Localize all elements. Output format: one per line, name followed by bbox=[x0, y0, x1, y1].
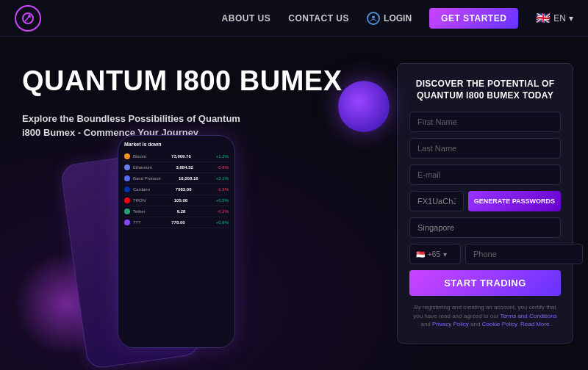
login-label: LOGIN bbox=[384, 13, 412, 23]
read-more-link[interactable]: Read More bbox=[520, 321, 550, 327]
market-item: Bitcoin 73,909.76 +1.2% bbox=[124, 151, 229, 162]
lang-label: EN bbox=[553, 13, 566, 23]
nav-contact-us[interactable]: CONTACT US bbox=[288, 13, 349, 23]
cookie-link[interactable]: Cookie Policy bbox=[482, 321, 517, 327]
nav-links: ABOUT US CONTACT US LOGIN GET STARTED 🇬🇧… bbox=[222, 8, 573, 29]
hero-left: QUANTUM I800 BUMEX Explore the Boundless… bbox=[0, 37, 382, 370]
market-item: Tether 9.28 -0.2% bbox=[124, 206, 229, 217]
sg-flag: 🇸🇬 bbox=[416, 250, 425, 258]
flag-icon: 🇬🇧 bbox=[536, 11, 551, 25]
chevron-down-icon: ▾ bbox=[443, 250, 447, 258]
get-started-button[interactable]: GET STARTED bbox=[429, 8, 518, 29]
logo[interactable] bbox=[15, 5, 41, 32]
logo-icon bbox=[15, 5, 41, 32]
hero-section: QUANTUM I800 BUMEX Explore the Boundless… bbox=[0, 37, 588, 370]
nav-login[interactable]: LOGIN bbox=[367, 12, 412, 25]
email-input[interactable] bbox=[409, 164, 561, 185]
chevron-down-icon: ▾ bbox=[569, 13, 573, 23]
generate-password-button[interactable]: GENERATE PASSWORDS bbox=[468, 191, 561, 211]
start-trading-button[interactable]: START TRADING bbox=[409, 270, 561, 296]
svg-line-2 bbox=[25, 16, 29, 21]
market-item: Cardano 7983.08 -1.3% bbox=[124, 184, 229, 195]
market-item: TRON 105.08 +0.5% bbox=[124, 195, 229, 206]
country-code-selector[interactable]: 🇸🇬 +65 ▾ bbox=[409, 244, 461, 264]
password-input[interactable] bbox=[409, 191, 464, 211]
phone-input[interactable] bbox=[465, 244, 583, 264]
last-name-input[interactable] bbox=[409, 138, 561, 159]
country-code-label: +65 bbox=[428, 250, 440, 258]
market-item: Band Protocol 16,008.16 +2.1% bbox=[124, 173, 229, 184]
terms-link[interactable]: Terms and Conditions bbox=[500, 313, 556, 319]
phone-screen: Market is down Bitcoin 73,909.76 +1.2% E… bbox=[118, 136, 234, 347]
phone-row: 🇸🇬 +65 ▾ bbox=[409, 244, 561, 264]
phone-header: Market is down bbox=[124, 142, 229, 147]
nav-about-us[interactable]: ABOUT US bbox=[222, 13, 271, 23]
navbar: ABOUT US CONTACT US LOGIN GET STARTED 🇬🇧… bbox=[0, 0, 588, 37]
language-selector[interactable]: 🇬🇧 EN ▾ bbox=[536, 11, 573, 25]
country-input[interactable] bbox=[409, 217, 561, 238]
phone-main: Market is down Bitcoin 73,909.76 +1.2% E… bbox=[118, 135, 235, 348]
market-item: ??? 778.00 +0.9% bbox=[124, 217, 229, 228]
form-disclaimer: By registering and creating an account, … bbox=[409, 303, 561, 328]
password-row: GENERATE PASSWORDS bbox=[409, 191, 561, 211]
phone-mockup-area: Market is down Bitcoin 73,909.76 +1.2% E… bbox=[29, 128, 294, 370]
hero-right: DISCOVER THE POTENTIAL OF QUANTUM I800 B… bbox=[382, 37, 588, 370]
market-item: Ethereum 3,884.52 -0.8% bbox=[124, 162, 229, 173]
svg-point-3 bbox=[372, 15, 375, 18]
privacy-link[interactable]: Privacy Policy bbox=[432, 321, 469, 327]
first-name-input[interactable] bbox=[409, 112, 561, 132]
form-panel: DISCOVER THE POTENTIAL OF QUANTUM I800 B… bbox=[397, 63, 573, 344]
form-title: DISCOVER THE POTENTIAL OF QUANTUM I800 B… bbox=[409, 79, 561, 101]
hero-title: QUANTUM I800 BUMEX bbox=[22, 66, 360, 97]
login-icon bbox=[367, 12, 380, 25]
